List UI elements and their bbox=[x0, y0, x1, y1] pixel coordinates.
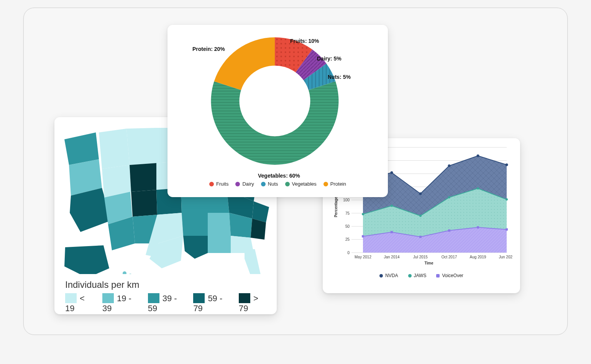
label-fruits: Fruits: 10% bbox=[290, 38, 319, 44]
slice-vegetables bbox=[211, 82, 339, 165]
svg-point-75 bbox=[506, 198, 508, 201]
svg-text:May 2012: May 2012 bbox=[355, 255, 371, 259]
svg-marker-25 bbox=[208, 213, 231, 236]
svg-marker-3 bbox=[126, 128, 156, 165]
svg-point-72 bbox=[419, 215, 422, 217]
svg-point-33 bbox=[123, 271, 126, 274]
donut-legend: Fruits Dairy Nuts Vegetables Protein bbox=[167, 178, 388, 190]
svg-point-68 bbox=[506, 163, 508, 166]
map-legend: Individuals per km < 19 19 - 39 39 - 59 … bbox=[54, 276, 277, 320]
svg-marker-2 bbox=[99, 129, 130, 169]
svg-point-74 bbox=[477, 187, 479, 189]
svg-text:100: 100 bbox=[343, 198, 350, 202]
legend-bin-0: < 19 bbox=[65, 293, 92, 313]
slice-protein bbox=[214, 38, 275, 90]
legend-bin-4: > 79 bbox=[239, 293, 266, 313]
legend-nvda: NVDA bbox=[379, 273, 398, 278]
svg-text:Jul 2015: Jul 2015 bbox=[413, 255, 428, 259]
svg-marker-9 bbox=[130, 163, 156, 192]
svg-point-64 bbox=[391, 171, 393, 174]
legend-vegetables: Vegetables bbox=[285, 181, 317, 187]
svg-point-65 bbox=[419, 193, 422, 195]
legend-jaws: JAWS bbox=[408, 273, 427, 278]
svg-marker-0 bbox=[64, 132, 99, 165]
svg-point-70 bbox=[362, 213, 364, 215]
svg-marker-31 bbox=[245, 249, 261, 274]
legend-fruits: Fruits bbox=[209, 181, 229, 187]
legend-protein: Protein bbox=[323, 181, 346, 187]
map-legend-title: Individuals per km bbox=[65, 279, 266, 290]
label-nuts: Nuts: 5% bbox=[328, 74, 351, 80]
svg-text:Jan 2014: Jan 2014 bbox=[384, 255, 400, 259]
svg-point-66 bbox=[448, 165, 451, 167]
svg-point-71 bbox=[391, 205, 393, 207]
svg-rect-80 bbox=[477, 226, 479, 229]
label-vegetables: Vegetables: 60% bbox=[258, 173, 300, 179]
svg-text:50: 50 bbox=[345, 224, 350, 229]
x-axis-label: Time bbox=[424, 261, 433, 265]
svg-rect-76 bbox=[362, 235, 364, 237]
svg-rect-81 bbox=[506, 229, 508, 231]
svg-text:Aug 2019: Aug 2019 bbox=[470, 255, 486, 259]
svg-point-34 bbox=[128, 274, 132, 274]
donut-chart bbox=[204, 30, 346, 172]
svg-marker-28 bbox=[183, 236, 208, 259]
svg-point-67 bbox=[477, 155, 479, 157]
legend-bin-2: 39 - 59 bbox=[148, 293, 184, 313]
legend-dairy: Dairy bbox=[235, 181, 254, 187]
area-legend: NVDA JAWS VoiceOver bbox=[323, 271, 520, 283]
legend-nuts: Nuts bbox=[261, 181, 278, 187]
legend-voiceover: VoiceOver bbox=[436, 273, 463, 278]
label-dairy: Dairy: 5% bbox=[317, 55, 341, 62]
svg-text:Jun 2021: Jun 2021 bbox=[499, 255, 512, 259]
svg-text:75: 75 bbox=[345, 211, 350, 215]
svg-marker-29 bbox=[208, 236, 231, 253]
canvas: Individuals per km < 19 19 - 39 39 - 59 … bbox=[23, 8, 568, 335]
svg-text:0: 0 bbox=[347, 251, 350, 255]
svg-marker-32 bbox=[64, 245, 109, 274]
label-protein: Protein: 20% bbox=[192, 46, 225, 52]
svg-text:25: 25 bbox=[345, 237, 350, 242]
donut-chart-card: Protein: 20% Fruits: 10% Dairy: 5% Nuts:… bbox=[167, 25, 388, 197]
svg-text:Oct 2017: Oct 2017 bbox=[442, 255, 457, 259]
svg-point-73 bbox=[448, 196, 450, 199]
svg-rect-79 bbox=[448, 229, 450, 232]
legend-bin-3: 59 - 79 bbox=[193, 293, 229, 313]
svg-rect-78 bbox=[419, 236, 422, 238]
legend-bin-1: 19 - 39 bbox=[102, 293, 138, 313]
svg-rect-77 bbox=[391, 231, 393, 233]
